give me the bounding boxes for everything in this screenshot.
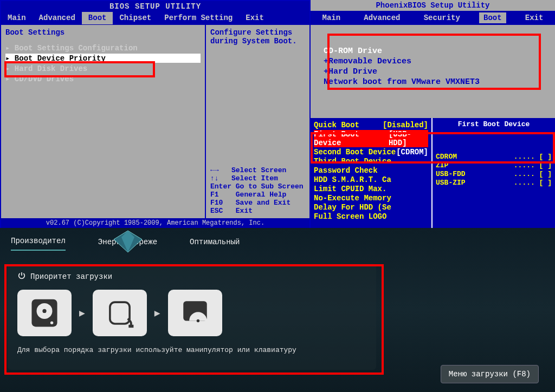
svg-point-7 bbox=[196, 319, 199, 322]
uefi-tab-performance[interactable]: Производител bbox=[11, 237, 66, 251]
ami-tab-exit[interactable]: Exit bbox=[239, 12, 270, 24]
award-row[interactable]: Limit CPUID Max. bbox=[314, 185, 428, 193]
phoenix-title: PhoenixBIOS Setup Utility bbox=[311, 0, 555, 11]
phoenix-tab-advanced[interactable]: Advanced bbox=[359, 12, 404, 23]
award-right: First Boot Device CDROM..... [ ] ZIP....… bbox=[433, 118, 555, 228]
phoenix-tabs: Main Advanced Security Boot Exit bbox=[311, 11, 555, 25]
uefi-boot-panel: Приоритет загрузки ▶ ▶ Для выбора порядк… bbox=[8, 264, 376, 370]
award-first-boot[interactable]: First Boot Device[USB-HDD] bbox=[314, 130, 428, 147]
award-bios: Quick Boot[Disabled] First Boot Device[U… bbox=[311, 118, 555, 228]
phoenix-tab-exit[interactable]: Exit bbox=[521, 12, 548, 23]
ami-tab-chipset[interactable]: Chipset bbox=[113, 12, 158, 24]
power-icon bbox=[17, 271, 26, 282]
award-left: Quick Boot[Disabled] First Boot Device[U… bbox=[311, 118, 433, 228]
gem-icon bbox=[112, 230, 144, 253]
award-row[interactable]: HDD S.M.A.R.T. Ca bbox=[314, 175, 428, 184]
award-row[interactable]: Password Check bbox=[314, 166, 428, 175]
phoenix-item-cdrom[interactable]: CD-ROM Drive bbox=[324, 47, 542, 56]
ami-item-boot-priority[interactable]: Boot Device Priority bbox=[5, 54, 201, 63]
uefi-tabs: Производител Энергосбереже Оптимальный bbox=[0, 228, 555, 251]
award-second-boot[interactable]: Second Boot Device[CDROM] bbox=[314, 148, 428, 156]
cd-icon[interactable] bbox=[168, 290, 222, 336]
usb-icon[interactable] bbox=[93, 290, 147, 336]
svg-point-3 bbox=[50, 321, 53, 324]
award-row[interactable]: Full Screen LOGO bbox=[314, 212, 428, 221]
ami-key-hints: ←→ Select Screen ↑↓ Select Item Enter Go… bbox=[210, 166, 305, 215]
award-third-boot[interactable]: Third Boot Device bbox=[314, 157, 428, 166]
svg-rect-4 bbox=[110, 302, 130, 324]
phoenix-boot-list: CD-ROM Drive +Removable Devices +Hard Dr… bbox=[311, 25, 555, 108]
ami-footer: v02.67 (C)Copyright 1985-2009, American … bbox=[1, 218, 309, 228]
boot-menu-button[interactable]: Меню загрузки (F8) bbox=[441, 365, 539, 383]
boot-priority-icons: ▶ ▶ bbox=[17, 290, 366, 336]
award-opt[interactable]: USB-ZIP..... [ ] bbox=[436, 179, 552, 187]
award-row[interactable]: Quick Boot[Disabled] bbox=[314, 121, 428, 129]
uefi-panel-title: Приоритет загрузки bbox=[17, 271, 366, 282]
uefi-tab-optimal[interactable]: Оптимальный bbox=[190, 238, 240, 251]
phoenix-item-removable[interactable]: +Removable Devices bbox=[324, 57, 542, 66]
phoenix-tab-security[interactable]: Security bbox=[420, 12, 464, 23]
uefi-hint: Для выбора порядка загрузки используйте … bbox=[17, 346, 366, 354]
ami-heading: Boot Settings bbox=[5, 28, 201, 37]
ami-bios: BIOS SETUP UTILITY Main Advanced Boot Ch… bbox=[0, 0, 311, 228]
phoenix-tab-boot[interactable]: Boot bbox=[479, 12, 506, 23]
svg-rect-5 bbox=[128, 325, 133, 328]
ami-tab-boot[interactable]: Boot bbox=[82, 12, 113, 24]
phoenix-bios: PhoenixBIOS Setup Utility Main Advanced … bbox=[311, 0, 555, 118]
phoenix-tab-main[interactable]: Main bbox=[318, 12, 345, 23]
ami-item-cd-drives[interactable]: CD/DVD Drives bbox=[5, 74, 201, 83]
award-opt[interactable]: USB-FDD..... [ ] bbox=[436, 170, 552, 178]
chevron-right-icon: ▶ bbox=[79, 307, 85, 319]
hdd-icon[interactable] bbox=[17, 290, 72, 336]
ami-help: Configure Settings during System Boot. bbox=[210, 28, 305, 45]
svg-point-2 bbox=[42, 309, 46, 313]
phoenix-item-hdd[interactable]: +Hard Drive bbox=[324, 67, 542, 76]
award-opt[interactable]: CDROM..... [ ] bbox=[436, 153, 552, 161]
ami-body: Boot Settings Boot Settings Configuratio… bbox=[1, 25, 309, 218]
chevron-right-icon: ▶ bbox=[154, 307, 160, 319]
ami-tabs: Main Advanced Boot Chipset Perform Setti… bbox=[1, 12, 309, 25]
ami-item-boot-config[interactable]: Boot Settings Configuration bbox=[5, 43, 201, 53]
ami-item-hdd-drives[interactable]: Hard Disk Drives bbox=[5, 64, 201, 73]
uefi-bios: Производител Энергосбереже Оптимальный П… bbox=[0, 228, 555, 392]
award-popup-title: First Boot Device bbox=[436, 120, 552, 128]
award-opt[interactable]: ZIP..... [ ] bbox=[436, 161, 552, 169]
ami-tab-perform[interactable]: Perform Setting bbox=[158, 12, 239, 24]
ami-left-pane: Boot Settings Boot Settings Configuratio… bbox=[1, 25, 206, 218]
ami-tab-main[interactable]: Main bbox=[1, 12, 33, 24]
award-row[interactable]: No-Execute Memory bbox=[314, 194, 428, 202]
award-row[interactable]: Delay For HDD (Se bbox=[314, 203, 428, 212]
ami-tab-advanced[interactable]: Advanced bbox=[33, 12, 82, 24]
ami-title: BIOS SETUP UTILITY bbox=[1, 1, 309, 12]
phoenix-item-network[interactable]: Network boot from VMware VMXNET3 bbox=[324, 77, 542, 87]
ami-right-pane: Configure Settings during System Boot. ←… bbox=[206, 25, 309, 218]
